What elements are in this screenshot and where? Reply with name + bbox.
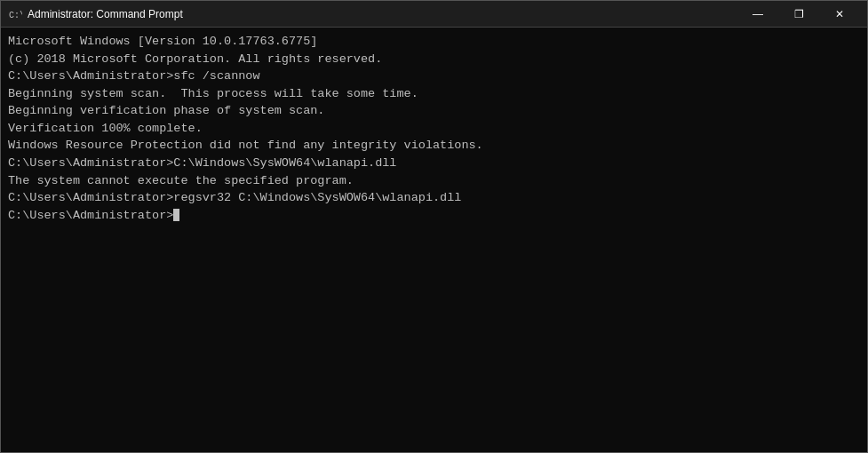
console-line: Verification 100% complete. [8,120,860,138]
close-button[interactable]: ✕ [819,1,860,28]
svg-text:C:\: C:\ [9,11,22,20]
console-line: C:\Users\Administrator>C:\Windows\SysWOW… [8,155,860,172]
console-line: (c) 2018 Microsoft Corporation. All righ… [8,51,860,68]
title-bar: C:\ Administrator: Command Prompt — ❐ ✕ [1,1,867,28]
maximize-button[interactable]: ❐ [778,1,819,28]
cursor [173,209,179,221]
console-line: C:\Users\Administrator>sfc /scannow [8,68,860,85]
console-line: Microsoft Windows [Version 10.0.17763.67… [8,33,860,51]
console-line: Beginning verification phase of system s… [8,102,860,120]
cmd-icon: C:\ [8,7,22,21]
console-line: C:\Users\Administrator> [8,207,860,225]
console-line: Windows Resource Protection did not find… [8,137,860,155]
window-controls: — ❐ ✕ [737,1,860,28]
window-title: Administrator: Command Prompt [28,8,737,20]
console-line: Beginning system scan. This process will… [8,85,860,103]
cmd-window: C:\ Administrator: Command Prompt — ❐ ✕ … [0,0,868,453]
minimize-button[interactable]: — [737,1,778,28]
console-body[interactable]: Microsoft Windows [Version 10.0.17763.67… [1,28,867,452]
console-line: The system cannot execute the specified … [8,172,860,190]
console-line: C:\Users\Administrator>regsvr32 C:\Windo… [8,189,860,207]
